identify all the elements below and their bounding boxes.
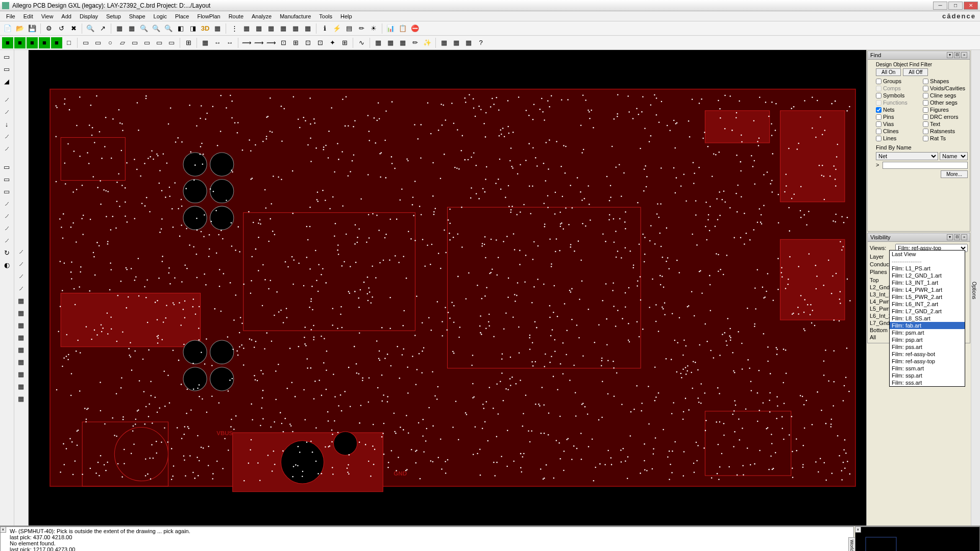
menu-edit[interactable]: Edit [19, 12, 37, 20]
filter-checkbox[interactable]: Clines [876, 128, 921, 134]
tool-icon[interactable]: ▦ [397, 37, 408, 48]
filter-checkbox[interactable]: Symbols [876, 92, 921, 98]
tool-icon[interactable]: ↗ [97, 23, 108, 34]
tool-icon[interactable]: ▦ [200, 37, 211, 48]
new-icon[interactable]: 📄 [2, 23, 13, 34]
filter-checkbox[interactable]: Text [923, 121, 968, 127]
tool-icon[interactable]: ▦ [241, 23, 252, 34]
tool-icon[interactable]: ▤ [344, 23, 355, 34]
close-icon[interactable]: × [961, 52, 967, 58]
tool-icon[interactable]: ▭ [1, 63, 12, 74]
tool-icon[interactable]: ▦ [265, 23, 277, 34]
tool-icon[interactable]: ◢ [1, 76, 12, 87]
zoom-in-icon[interactable]: 🔍 [138, 23, 150, 34]
dim-icon[interactable]: ↔ [212, 37, 223, 48]
tool-icon[interactable]: ⟋ [15, 283, 27, 294]
more-button[interactable]: More... [941, 170, 968, 178]
route-icon[interactable]: ⟿ [253, 37, 264, 48]
maximize-button[interactable]: □ [948, 2, 963, 10]
menu-file[interactable]: File [2, 12, 19, 20]
tool-icon[interactable]: ⛔ [409, 23, 421, 34]
tool-icon[interactable]: ⊞ [183, 37, 194, 48]
tool-icon[interactable]: ↺ [56, 23, 67, 34]
minimize-button[interactable]: ─ [933, 2, 947, 10]
tool-icon[interactable]: ▦ [15, 307, 27, 318]
pcb-canvas[interactable]: GND VBUS [29, 50, 866, 525]
dropdown-item[interactable]: Film: psp.art [890, 336, 965, 343]
tool-icon[interactable]: ▭ [1, 186, 12, 197]
tool-icon[interactable]: ⟋ [1, 198, 12, 209]
route-icon[interactable]: ⟿ [241, 37, 252, 48]
dropdown-item[interactable]: Film: psm.art [890, 329, 965, 336]
filter-checkbox[interactable]: Groups [876, 78, 921, 84]
dropdown-item[interactable]: Film: L6_INT_2.art [890, 300, 965, 308]
shape-icon[interactable]: ▭ [141, 37, 153, 48]
tool-icon[interactable]: ⟋ [1, 210, 12, 221]
autohide-icon[interactable]: ▾ [947, 234, 953, 240]
tool-icon[interactable]: ✨ [422, 37, 433, 48]
find-type-select[interactable]: Net [876, 152, 938, 160]
zoom-icon[interactable]: 🔍 [85, 23, 96, 34]
dropdown-item[interactable]: Film: ssm.art [890, 365, 965, 372]
tool-icon[interactable]: ▭ [1, 161, 12, 172]
find-mode-select[interactable]: Name [940, 152, 968, 160]
dropdown-item[interactable]: Film: L2_GND_1.art [890, 272, 965, 279]
all-on-button[interactable]: All On [876, 68, 901, 76]
filter-checkbox[interactable]: Nets [876, 107, 921, 113]
filter-checkbox[interactable]: Rat Ts [923, 135, 968, 141]
layer-icon[interactable]: ■ [2, 37, 13, 48]
tool-icon[interactable]: ▭ [1, 173, 12, 185]
tool-icon[interactable]: ↻ [1, 247, 12, 258]
tool-icon[interactable]: ⟋ [15, 270, 27, 282]
tool-icon[interactable]: ▦ [438, 37, 450, 48]
filter-checkbox[interactable]: Shapes [923, 78, 968, 84]
route-icon[interactable]: ⊡ [278, 37, 289, 48]
dropdown-item[interactable]: Film: pss.art [890, 343, 965, 350]
route-icon[interactable]: ⊡ [314, 37, 326, 48]
tool-icon[interactable]: ▦ [385, 37, 396, 48]
route-icon[interactable]: ⟿ [265, 37, 277, 48]
tool-icon[interactable]: ⟋ [1, 222, 12, 234]
tool-icon[interactable]: ✖ [68, 23, 79, 34]
filter-checkbox[interactable]: Ratsnests [923, 128, 968, 134]
menu-route[interactable]: Route [225, 12, 248, 20]
tool-icon[interactable]: ↓ [1, 118, 12, 130]
dropdown-item[interactable]: Film: fab.art [890, 322, 965, 329]
filter-checkbox[interactable]: Pins [876, 114, 921, 120]
filter-checkbox[interactable]: Cline segs [923, 92, 968, 98]
tool-icon[interactable]: ▦ [15, 344, 27, 355]
tool-icon[interactable]: ▦ [15, 356, 27, 367]
dropdown-item[interactable]: Film: ssp.art [890, 372, 965, 379]
pin-icon[interactable]: ⊟ [954, 52, 960, 58]
shape-icon[interactable]: ▱ [117, 37, 128, 48]
tool-icon[interactable]: ⟋ [1, 235, 12, 246]
dropdown-item[interactable]: Film: L4_PWR_1.art [890, 286, 965, 293]
tool-icon[interactable]: ⟋ [1, 143, 12, 154]
tool-icon[interactable]: ▦ [463, 37, 474, 48]
shape-icon[interactable]: ▭ [80, 37, 91, 48]
tool-icon[interactable]: ☀ [368, 23, 379, 34]
all-off-button[interactable]: All Off [903, 68, 928, 76]
filter-checkbox[interactable]: Lines [876, 135, 921, 141]
tool-icon[interactable]: ▦ [290, 23, 301, 34]
tool-icon[interactable]: ⚡ [331, 23, 342, 34]
route-icon[interactable]: ✦ [327, 37, 338, 48]
grid-icon[interactable]: ▦ [126, 23, 137, 34]
route-icon[interactable]: ⊡ [302, 37, 313, 48]
tool-icon[interactable]: ▦ [302, 23, 313, 34]
tool-icon[interactable]: ⟋ [1, 131, 12, 142]
dropdown-item[interactable]: Film: sss.art [890, 379, 965, 386]
console-close-icon[interactable]: × [0, 527, 6, 533]
shape-icon[interactable]: ▭ [92, 37, 104, 48]
dropdown-item[interactable]: Film: L3_INT_1.art [890, 279, 965, 286]
worldview-close-icon[interactable]: × [855, 527, 861, 533]
tool-icon[interactable]: ⟋ [1, 106, 12, 117]
dropdown-item[interactable]: Film: L7_GND_2.art [890, 308, 965, 315]
tool-icon[interactable]: ℹ [319, 23, 330, 34]
help-icon[interactable]: ? [475, 37, 486, 48]
save-icon[interactable]: 💾 [27, 23, 38, 34]
tool-icon[interactable]: ✏ [356, 23, 367, 34]
menu-help[interactable]: Help [336, 12, 356, 20]
close-icon[interactable]: × [961, 234, 967, 240]
3d-icon[interactable]: 3D [200, 23, 211, 34]
